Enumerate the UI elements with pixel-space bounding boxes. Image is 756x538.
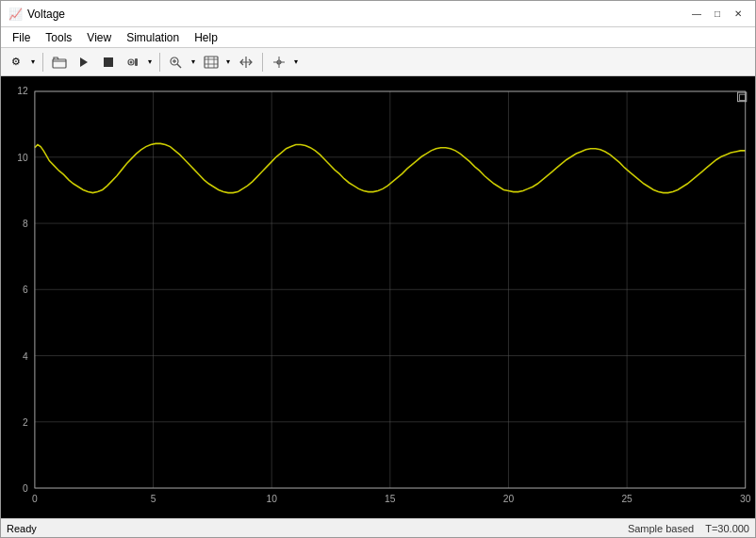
svg-point-4 bbox=[130, 60, 133, 63]
svg-rect-2 bbox=[104, 57, 113, 67]
chart-svg: 0 2 4 6 8 10 12 0 5 10 15 20 25 30 bbox=[1, 76, 755, 518]
svg-text:10: 10 bbox=[17, 152, 28, 162]
settings-dropdown[interactable]: ▾ bbox=[28, 51, 38, 73]
sep-1 bbox=[42, 53, 43, 72]
status-time: T=30.000 bbox=[705, 523, 749, 534]
status-right: Sample based T=30.000 bbox=[628, 523, 749, 534]
status-sample-based: Sample based bbox=[628, 523, 694, 534]
stop-button[interactable] bbox=[97, 51, 120, 73]
menu-file[interactable]: File bbox=[5, 29, 38, 46]
svg-text:8: 8 bbox=[23, 219, 28, 229]
window-title: Voltage bbox=[27, 8, 65, 21]
toolbar-group-cursor: ▾ bbox=[268, 51, 301, 73]
zoom-box-button[interactable] bbox=[200, 51, 222, 73]
svg-marker-1 bbox=[80, 57, 88, 67]
data-cursor-dropdown[interactable]: ▾ bbox=[291, 51, 301, 73]
title-bar: 📈 Voltage — □ ✕ bbox=[1, 1, 755, 27]
close-button[interactable]: ✕ bbox=[729, 7, 748, 22]
minimize-button[interactable]: — bbox=[687, 7, 706, 22]
toolbar-group-settings: ⚙ ▾ bbox=[5, 51, 38, 73]
sep-2 bbox=[159, 53, 160, 72]
maximize-button[interactable]: □ bbox=[708, 7, 727, 22]
zoom-in-dropdown[interactable]: ▾ bbox=[189, 51, 198, 73]
menu-bar: File Tools View Simulation Help bbox=[1, 27, 755, 48]
menu-simulation[interactable]: Simulation bbox=[119, 29, 187, 46]
toolbar: ⚙ ▾ ▾ ▾ ▾ bbox=[1, 48, 755, 76]
toolbar-group-zoomin: ▾ bbox=[165, 51, 198, 73]
zoom-in-button[interactable] bbox=[165, 51, 188, 73]
svg-text:0: 0 bbox=[23, 483, 28, 494]
settings-button[interactable]: ⚙ bbox=[5, 51, 27, 73]
play-button[interactable] bbox=[73, 51, 95, 73]
data-cursor-button[interactable] bbox=[268, 51, 290, 73]
menu-help[interactable]: Help bbox=[187, 29, 225, 46]
svg-text:20: 20 bbox=[503, 494, 515, 504]
main-window: 📈 Voltage — □ ✕ File Tools View Simulati… bbox=[0, 0, 756, 538]
svg-rect-0 bbox=[53, 59, 66, 68]
svg-text:15: 15 bbox=[385, 494, 396, 504]
svg-text:25: 25 bbox=[621, 494, 633, 504]
record-dropdown[interactable]: ▾ bbox=[145, 51, 155, 73]
svg-line-7 bbox=[177, 64, 181, 68]
zoom-box-dropdown[interactable]: ▾ bbox=[223, 51, 233, 73]
svg-rect-10 bbox=[205, 57, 218, 68]
title-bar-left: 📈 Voltage bbox=[8, 8, 65, 21]
chart-area[interactable]: 0 2 4 6 8 10 12 0 5 10 15 20 25 30 bbox=[1, 76, 755, 518]
svg-text:12: 12 bbox=[17, 86, 28, 96]
app-icon: 📈 bbox=[8, 8, 22, 21]
toolbar-group-zoombox: ▾ bbox=[200, 51, 233, 73]
status-ready: Ready bbox=[7, 523, 37, 534]
svg-text:10: 10 bbox=[266, 494, 277, 504]
svg-text:0: 0 bbox=[32, 494, 38, 504]
menu-tools[interactable]: Tools bbox=[38, 29, 79, 46]
svg-text:2: 2 bbox=[23, 417, 28, 428]
menu-view[interactable]: View bbox=[79, 29, 119, 46]
svg-rect-18 bbox=[1, 76, 755, 518]
svg-rect-5 bbox=[135, 58, 138, 66]
svg-text:6: 6 bbox=[23, 285, 28, 295]
record-button[interactable] bbox=[122, 51, 144, 73]
svg-text:30: 30 bbox=[740, 494, 751, 504]
pan-button[interactable] bbox=[235, 51, 257, 73]
svg-text:5: 5 bbox=[151, 494, 156, 504]
toolbar-group-record: ▾ bbox=[122, 51, 155, 73]
title-bar-controls: — □ ✕ bbox=[687, 7, 748, 22]
sep-3 bbox=[262, 53, 263, 72]
svg-text:4: 4 bbox=[23, 351, 28, 361]
open-button[interactable] bbox=[48, 51, 71, 73]
status-bar: Ready Sample based T=30.000 bbox=[1, 518, 755, 537]
